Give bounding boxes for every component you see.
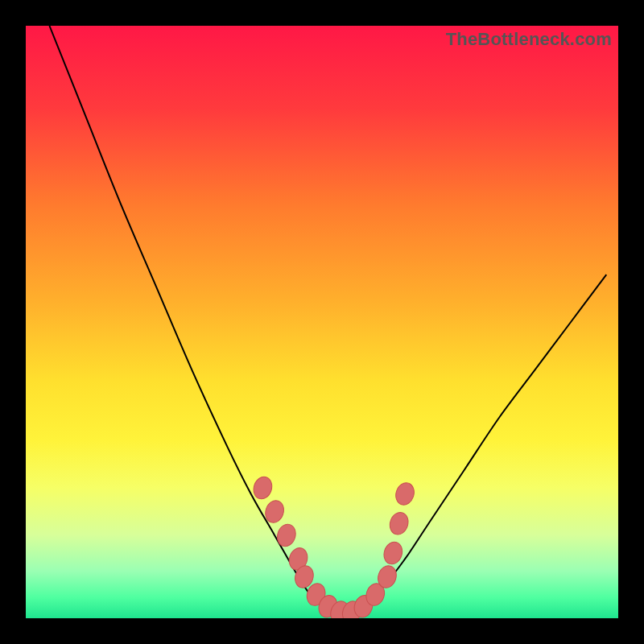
chart-svg [26,26,618,618]
marker-dot [251,474,275,501]
plot-area: TheBottleneck.com [26,26,618,618]
marker-dot [275,522,299,548]
bottleneck-curve [49,26,606,613]
marker-dot [393,481,417,507]
marker-dot [387,510,411,537]
chart-frame: TheBottleneck.com [0,0,644,644]
marker-group [251,474,417,618]
